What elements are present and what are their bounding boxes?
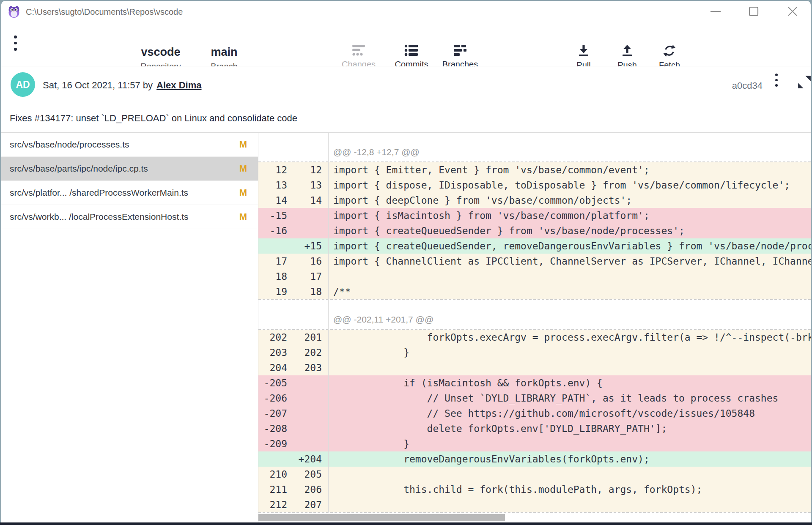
- old-line-number: 19: [258, 284, 287, 299]
- old-line-number: -15: [258, 208, 287, 223]
- window-title: C:\Users\sugto\Documents\Repos\vscode: [26, 1, 183, 22]
- commit-date-text: Sat, 16 Oct 2021, 11:57 by: [43, 80, 153, 91]
- line-code: import { ChannelClient as IPCClient, Cha…: [322, 254, 811, 269]
- app-logo-icon: [7, 5, 21, 18]
- diff-line: +204 removeDangerousEnvVariables(forkOpt…: [258, 451, 811, 467]
- line-code: import { createQueuedSender, removeDange…: [322, 238, 811, 254]
- new-line-number: [287, 391, 322, 406]
- diff-line: -208 delete forkOpts.env['DYLD_LIBRARY_P…: [258, 421, 811, 436]
- line-code: forkOpts.execArgv = process.execArgv.fil…: [322, 330, 811, 345]
- old-line-number: 210: [258, 467, 287, 482]
- file-status-badge: M: [239, 139, 247, 150]
- file-status-badge: M: [239, 187, 247, 198]
- new-line-number: [287, 375, 322, 391]
- tab-branches[interactable]: Branches: [433, 44, 488, 69]
- push-icon: [620, 44, 634, 57]
- old-line-number: 204: [258, 360, 287, 375]
- line-code: this.child = fork(this.modulePath, args,…: [322, 482, 811, 497]
- old-line-number: 18: [258, 269, 287, 284]
- line-code: }: [322, 345, 811, 360]
- file-list-item[interactable]: src/vs/base/parts/ipc/node/ipc.cp.ts M: [1, 157, 258, 181]
- old-line-number: -206: [258, 391, 287, 406]
- line-code: delete forkOpts.env['DYLD_LIBRARY_PATH']…: [322, 421, 811, 436]
- diff-line: 212 207: [258, 497, 811, 512]
- menu-kebab-icon[interactable]: [14, 36, 17, 51]
- file-path: src/vs/base/parts/ipc/node/ipc.cp.ts: [10, 164, 239, 174]
- diff-line: 210 205: [258, 467, 811, 482]
- diff-hunk: @@ -12,8 +12,7 @@ 12 12 import { Emitter…: [258, 133, 811, 300]
- hunk-header: @@ -12,8 +12,7 @@: [258, 133, 811, 161]
- new-line-number: +15: [287, 238, 322, 254]
- hunk-lines: 202 201 forkOpts.execArgv = process.exec…: [258, 329, 811, 513]
- diff-line: -209 }: [258, 436, 811, 451]
- fetch-icon: [662, 44, 677, 57]
- old-line-number: -208: [258, 421, 287, 436]
- commit-date: Sat, 16 Oct 2021, 11:57 by Alex Dima: [43, 66, 202, 104]
- old-line-number: -209: [258, 436, 287, 451]
- file-list-item[interactable]: src/vs/workb... /localProcessExtensionHo…: [1, 205, 258, 229]
- line-code: // Unset `DYLD_LIBRARY_PATH`, as it lead…: [322, 391, 811, 406]
- diff-line: 202 201 forkOpts.execArgv = process.exec…: [258, 330, 811, 345]
- hunk-lines: 12 12 import { Emitter, Event } from 'vs…: [258, 161, 811, 300]
- diff-line: 13 13 import { dispose, IDisposable, toD…: [258, 178, 811, 193]
- line-code: // See https://github.com/microsoft/vsco…: [322, 406, 811, 421]
- main-content: src/vs/base/node/processes.ts M src/vs/b…: [1, 133, 811, 522]
- tab-commits[interactable]: Commits: [384, 44, 439, 69]
- close-button[interactable]: [782, 1, 803, 22]
- diff-line: 211 206 this.child = fork(this.modulePat…: [258, 482, 811, 497]
- expand-diff-icon[interactable]: [797, 75, 811, 89]
- new-line-number: 16: [287, 254, 322, 269]
- branch-name: main: [211, 46, 237, 58]
- diff-line: 19 18 /**: [258, 284, 811, 299]
- diff-line: 204 203: [258, 360, 811, 375]
- file-status-badge: M: [239, 211, 247, 222]
- file-list-item[interactable]: src/vs/platfor... /sharedProcessWorkerMa…: [1, 181, 258, 205]
- tab-changes[interactable]: Changes: [331, 44, 386, 69]
- minimize-button[interactable]: [705, 1, 726, 22]
- maximize-button[interactable]: [743, 1, 764, 22]
- old-line-number: -205: [258, 375, 287, 391]
- new-line-number: +204: [287, 451, 322, 467]
- line-code: }: [322, 436, 811, 451]
- file-list-item[interactable]: src/vs/base/node/processes.ts M: [1, 133, 258, 157]
- old-line-number: 203: [258, 345, 287, 360]
- new-line-number: 203: [287, 360, 322, 375]
- line-code: if (isMacintosh && forkOpts.env) {: [322, 375, 811, 391]
- new-line-number: 201: [287, 330, 322, 345]
- line-code: import { createQueuedSender } from 'vs/b…: [322, 223, 811, 238]
- new-line-number: 205: [287, 467, 322, 482]
- line-code: import { Emitter, Event } from 'vs/base/…: [322, 162, 811, 178]
- old-line-number: 14: [258, 193, 287, 208]
- commits-icon: [404, 44, 419, 57]
- file-path: src/vs/base/node/processes.ts: [10, 139, 239, 150]
- hunk-header: @@ -202,11 +201,7 @@: [258, 300, 811, 329]
- line-code: [322, 497, 811, 512]
- new-line-number: 202: [287, 345, 322, 360]
- new-line-number: 13: [287, 178, 322, 193]
- diff-line: 203 202 }: [258, 345, 811, 360]
- line-code: removeDangerousEnvVariables(forkOpts.env…: [322, 451, 811, 467]
- new-line-number: 207: [287, 497, 322, 512]
- diff-hunk: @@ -202,11 +201,7 @@ 202 201 forkOpts.ex…: [258, 300, 811, 513]
- commit-author-link[interactable]: Alex Dima: [156, 80, 201, 91]
- commit-message: Fixes #134177: unset `LD_PRELOAD` on Lin…: [1, 104, 811, 133]
- new-line-number: 17: [287, 269, 322, 284]
- old-line-number: -207: [258, 406, 287, 421]
- app-window: C:\Users\sugto\Documents\Repos\vscode vs…: [1, 1, 811, 522]
- diff-line: 18 17: [258, 269, 811, 284]
- old-line-number: -16: [258, 223, 287, 238]
- commit-options-kebab-icon[interactable]: [775, 74, 778, 87]
- diff-line: -205 if (isMacintosh && forkOpts.env) {: [258, 375, 811, 391]
- line-code: import { deepClone } from 'vs/base/commo…: [322, 193, 811, 208]
- pull-icon: [576, 44, 591, 57]
- diff-line: -16 import { createQueuedSender } from '…: [258, 223, 811, 238]
- diff-line: 12 12 import { Emitter, Event } from 'vs…: [258, 162, 811, 178]
- commit-hash: a0cd34: [699, 66, 763, 104]
- new-line-number: [287, 208, 322, 223]
- old-line-number: 13: [258, 178, 287, 193]
- line-code: import { isMacintosh } from 'vs/base/com…: [322, 208, 811, 223]
- new-line-number: 12: [287, 162, 322, 178]
- branches-icon: [453, 44, 468, 57]
- horizontal-scrollbar-thumb[interactable]: [258, 514, 505, 521]
- diff-line: -206 // Unset `DYLD_LIBRARY_PATH`, as it…: [258, 391, 811, 406]
